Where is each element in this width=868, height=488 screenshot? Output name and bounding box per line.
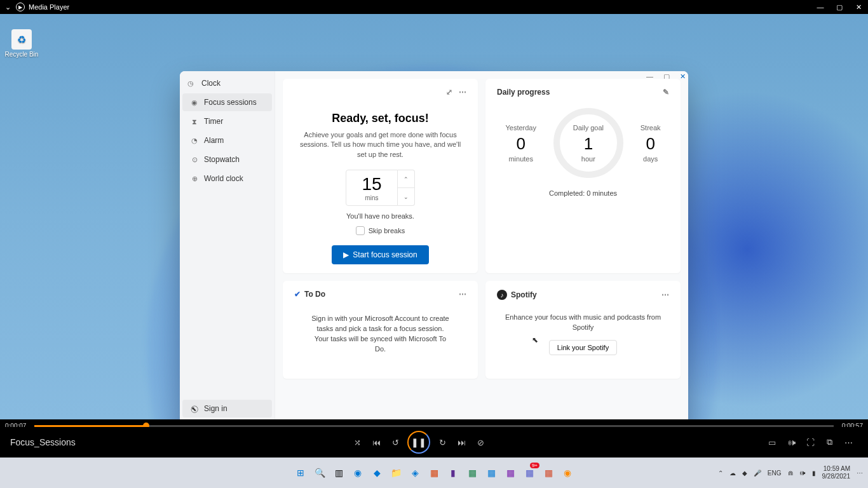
fullscreen-icon[interactable]: ⛶ [801,438,820,447]
app-icon[interactable]: ◈ [407,465,423,480]
more-icon[interactable]: ⋯ [661,290,669,299]
todo-card: ✔ To Do ⋯ Sign in with your Microsoft Ac… [283,281,478,379]
app-icon[interactable]: ◆ [369,465,384,480]
app-title: Media Player [29,3,69,11]
compact-icon[interactable]: ⤢ [446,88,452,97]
now-playing: Focus_Sessions [10,437,76,447]
link-spotify-button[interactable]: Link your Spotify [549,340,617,355]
minutes-value: 15 [362,174,381,194]
wifi-icon[interactable]: ⋒ [788,470,793,477]
clock-close-button[interactable]: ✕ [680,72,686,81]
todo-text: Sign in with your Microsoft Account to c… [294,314,466,370]
nav-world-clock[interactable]: ⊕ World clock [182,170,272,187]
powerpoint-icon[interactable]: ▦ [541,465,556,480]
clock-tray[interactable]: 10:59 AM 9/28/2021 [822,465,851,480]
tray-icon[interactable]: ◆ [742,470,747,477]
repeat-button[interactable]: ⊘ [471,438,490,447]
rewind-button[interactable]: ↺ [386,438,405,447]
edge-icon[interactable]: ◉ [350,465,365,480]
completed-text: Completed: 0 minutes [497,189,669,197]
cast-icon[interactable]: ▭ [763,438,782,447]
taskbar: ⊞ 🔍 ▥ ◉ ◆ 📁 ◈ ▦ ▮ ▦ ▦ ▦ ▦ ▦ ◉ ⌃ ☁ ◆ 🎤 EN… [0,458,868,488]
language-indicator[interactable]: ENG [768,470,782,477]
stopwatch-icon: ⊙ [190,156,199,164]
volume-icon[interactable]: 🕪 [799,470,806,477]
increment-button[interactable]: ⌃ [398,170,414,188]
spotify-card: ♪ Spotify ⋯ Enhance your focus with musi… [485,281,681,379]
edit-icon[interactable]: ✎ [663,88,669,97]
next-button[interactable]: ⏭ [452,438,471,447]
more-icon[interactable]: ⋯ [459,88,466,97]
daily-title: Daily progress [497,88,550,97]
world-icon: ⊕ [190,175,199,183]
alarm-icon: ◔ [190,137,199,145]
mini-player-icon[interactable]: ⧉ [820,437,839,447]
stat-yesterday: Yesterday 0 minutes [505,124,536,163]
mic-icon[interactable]: 🎤 [754,470,761,477]
teams-icon[interactable]: ▦ [522,465,537,480]
stat-streak: Streak 0 days [641,124,661,163]
media-player-taskbar-icon[interactable]: ◉ [560,465,575,480]
app-icon[interactable]: ▮ [445,465,461,480]
pause-button[interactable]: ❚❚ [407,431,430,454]
nav-alarm[interactable]: ◔ Alarm [182,132,272,149]
recycle-bin[interactable]: ♻ Recycle Bin [4,29,39,58]
media-controls: Focus_Sessions ⤮ ⏮ ↺ ❚❚ ↻ ⏭ ⊘ ▭ 🕪 ⛶ ⧉ ⋯ [0,427,868,458]
sign-in-button[interactable]: ◯ Sign in ⬉ [182,400,272,417]
shuffle-button[interactable]: ⤮ [348,438,367,447]
spotify-text: Enhance your focus with music and podcas… [497,313,669,332]
spotify-title: Spotify [511,290,537,299]
outlook-icon[interactable]: ▦ [484,465,499,480]
user-icon: ◯ [190,405,199,413]
decrement-button[interactable]: ⌄ [398,188,414,205]
clock-sidebar: ◷ Clock ◉ Focus sessions ⧗ Timer ◔ Alarm… [180,71,275,419]
app-icon[interactable]: ▦ [426,465,442,480]
onenote-icon[interactable]: ▦ [503,465,518,480]
breaks-text: You'll have no breaks. [294,212,466,220]
focus-subtext: Achieve your goals and get more done wit… [298,130,463,159]
clock-app-title: ◷ Clock [180,74,275,93]
start-button[interactable]: ⊞ [293,465,308,480]
skip-breaks-label: Skip breaks [369,227,405,234]
volume-icon[interactable]: 🕪 [782,438,801,447]
dropdown-icon[interactable]: ⌄ [0,3,16,11]
clock-content: — ▢ ✕ ⤢ ⋯ Ready, set, focus! Achieve you… [275,71,688,419]
nav-stopwatch[interactable]: ⊙ Stopwatch [182,151,272,168]
spotify-icon: ♪ [497,290,507,300]
daily-progress-card: Daily progress ✎ Yesterday 0 minutes Dai… [485,79,681,273]
nav-timer[interactable]: ⧗ Timer [182,112,272,130]
play-icon: ▶ [343,250,349,259]
focus-heading: Ready, set, focus! [294,112,466,125]
task-view-button[interactable]: ▥ [331,465,346,480]
more-icon[interactable]: ⋯ [839,438,858,447]
video-frame: ♻ Recycle Bin ◷ Clock ◉ Focus sessions ⧗… [0,14,868,419]
recycle-bin-label: Recycle Bin [4,51,39,58]
focus-card: ⤢ ⋯ Ready, set, focus! Achieve your goal… [283,79,478,273]
nav-focus-sessions[interactable]: ◉ Focus sessions [182,93,272,111]
time-display: 15 mins [346,170,397,206]
maximize-button[interactable]: ▢ [830,3,849,11]
notifications-icon[interactable]: ⋯ [857,470,863,477]
clock-icon: ◷ [187,79,196,88]
explorer-icon[interactable]: 📁 [388,465,403,480]
search-button[interactable]: 🔍 [312,465,327,480]
forward-button[interactable]: ↻ [433,438,452,447]
excel-icon[interactable]: ▦ [465,465,480,480]
minimize-button[interactable]: — [811,3,830,11]
recycle-bin-icon: ♻ [11,29,32,50]
previous-button[interactable]: ⏮ [367,438,386,447]
clock-app-window: ◷ Clock ◉ Focus sessions ⧗ Timer ◔ Alarm… [180,71,688,419]
todo-title: To Do [304,290,325,299]
onedrive-icon[interactable]: ☁ [729,470,736,477]
media-player-icon: ▶ [16,3,25,11]
todo-icon: ✔ [294,290,301,299]
chevron-up-icon[interactable]: ⌃ [718,470,723,477]
more-icon[interactable]: ⋯ [459,290,466,299]
timer-icon: ⧗ [190,118,199,126]
close-button[interactable]: ✕ [849,3,868,11]
skip-breaks-checkbox[interactable] [356,226,365,235]
focus-icon: ◉ [190,98,199,107]
progress-ring: Daily goal 1 hour [553,108,623,178]
start-focus-button[interactable]: ▶ Start focus session [332,245,428,264]
battery-icon[interactable]: ▮ [812,470,816,477]
